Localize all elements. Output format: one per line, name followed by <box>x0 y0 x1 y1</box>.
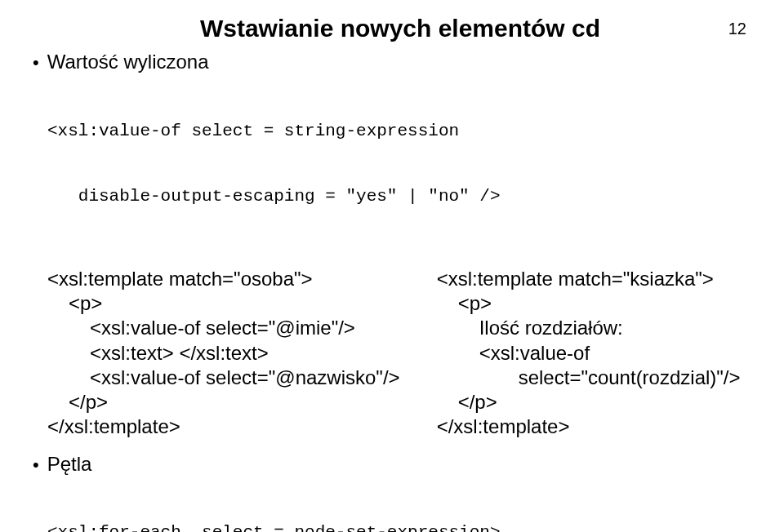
section-value-of: • Wartość wyliczona <xsl:value-of select… <box>47 51 753 252</box>
code-line: <p> <box>47 291 437 316</box>
code-line: disable-output-escaping = "yes" | "no" /… <box>47 186 753 208</box>
code-line: <xsl:template match="osoba"> <box>47 267 437 291</box>
code-value-of: <xsl:value-of select = string-expression… <box>47 77 753 252</box>
bullet-dot-icon: • <box>33 54 39 72</box>
code-line: </xsl:template> <box>437 415 753 439</box>
code-line: Ilość rozdziałów: <box>437 316 753 340</box>
bullet-label: Wartość wyliczona <box>47 51 209 73</box>
code-line: <xsl:value-of select="@imie"/> <box>47 316 437 340</box>
page-title: Wstawianie nowych elementów cd <box>200 15 600 42</box>
examples-row: <xsl:template match="osoba"> <p> <xsl:va… <box>47 267 753 440</box>
document-page: Wstawianie nowych elementów cd 12 • Wart… <box>0 0 784 532</box>
code-line: <p> <box>437 291 753 316</box>
code-for-each: <xsl:for-each select = node-set-expressi… <box>47 479 753 532</box>
code-line: <xsl:value-of select="@nazwisko"/> <box>47 366 437 390</box>
bullet-wartosc: • Wartość wyliczona <box>33 51 753 73</box>
code-line: </p> <box>437 390 753 415</box>
code-line: </xsl:template> <box>47 415 437 439</box>
code-line: <xsl:template match="ksiazka"> <box>437 267 753 291</box>
code-line: <xsl:value-of <box>437 341 753 366</box>
section-petla: • Pętla <xsl:for-each select = node-set-… <box>47 453 753 532</box>
bullet-label: Pętla <box>47 453 92 476</box>
header-row: Wstawianie nowych elementów cd 12 <box>47 15 753 42</box>
page-number: 12 <box>728 20 746 38</box>
bullet-dot-icon: • <box>33 456 39 474</box>
code-line: <xsl:text> </xsl:text> <box>47 341 437 366</box>
bullet-petla: • Pętla <box>33 453 753 476</box>
example-ksiazka: <xsl:template match="ksiazka"> <p> Ilość… <box>437 267 753 440</box>
code-line: select="count(rozdzial)"/> <box>437 366 753 390</box>
code-line: </p> <box>47 390 437 415</box>
code-line: <xsl:value-of select = string-expression <box>47 121 753 143</box>
example-osoba: <xsl:template match="osoba"> <p> <xsl:va… <box>47 267 437 440</box>
code-line: <xsl:for-each select = node-set-expressi… <box>47 522 753 532</box>
